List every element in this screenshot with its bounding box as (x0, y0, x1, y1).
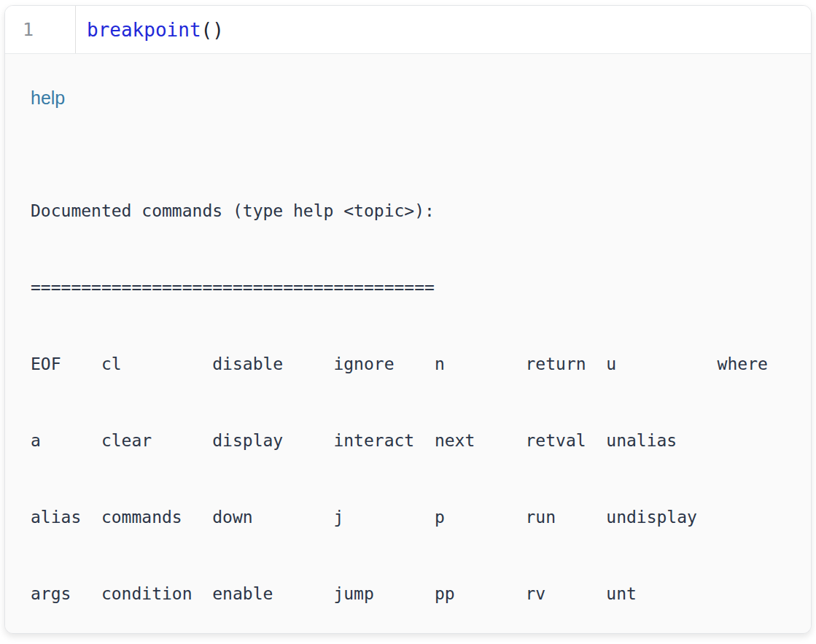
pdb-help-output: Documented commands (type help <topic>):… (31, 147, 796, 634)
stdin-echo-text: help (31, 86, 796, 109)
command-row: args condition enable jump pp rv unt (31, 581, 796, 607)
command-row: a clear display interact next retval una… (31, 428, 796, 454)
code-line[interactable]: breakpoint() (76, 19, 224, 41)
line-number-gutter: 1 (5, 6, 76, 53)
code-function-name: breakpoint (87, 19, 201, 41)
python-runner-widget: 1 breakpoint() help Documented commands … (4, 5, 812, 634)
documented-commands-ruler: ======================================== (31, 275, 796, 300)
documented-commands-header: Documented commands (type help <topic>): (31, 198, 796, 224)
line-number: 1 (23, 19, 34, 40)
command-row: EOF cl disable ignore n return u where (31, 352, 796, 377)
console-output: help Documented commands (type help <top… (5, 54, 811, 634)
command-row: alias commands down j p run undisplay (31, 505, 796, 530)
code-editor[interactable]: 1 breakpoint() (5, 6, 811, 54)
code-parens: () (201, 19, 224, 41)
